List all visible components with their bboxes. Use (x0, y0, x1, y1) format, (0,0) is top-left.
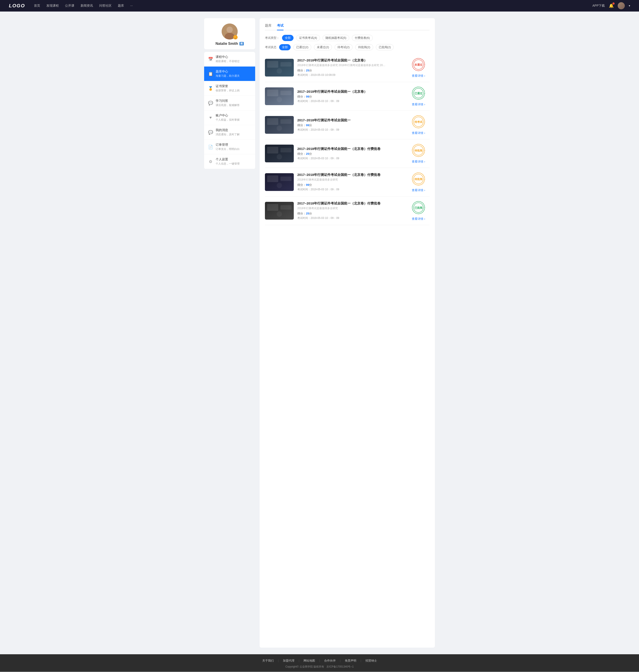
exam-action: 已批阅 查看详情 › (407, 201, 430, 221)
svg-rect-11 (267, 90, 278, 96)
filter-passed-status[interactable]: 已通过(2) (293, 44, 311, 50)
exam-detail-link[interactable]: 查看详情 › (412, 217, 425, 221)
exam-time: 考试时间：2019-05-03 10：09：09 (297, 128, 404, 132)
sidebar-menu: 📅 课程中心 精彩课程，不容错过 📋 题库中心 海量习题，助力通关 🏅 证书荣誉… (204, 52, 255, 169)
footer-link-sitemap[interactable]: 网站地图 (300, 659, 318, 663)
app-download[interactable]: APP下载 (592, 4, 605, 8)
nav-news[interactable]: 新闻资讯 (80, 4, 93, 8)
svg-point-6 (277, 68, 282, 74)
sidebar-item-certificates[interactable]: 🏅 证书荣誉 收获荣誉，持证上岗 (204, 81, 255, 96)
sidebar-profile: 🏆 Natalie Smith 图 (204, 18, 255, 49)
sidebar-text-qa: 学习问答 课后巩固，疑难解答 (216, 99, 251, 107)
exam-status-stamp: 待批阅 (411, 143, 425, 158)
chevron-down-icon[interactable]: ▾ (629, 4, 630, 7)
avatar[interactable] (618, 2, 625, 9)
exam-thumbnail (265, 116, 294, 134)
exam-info: 2017–2018年行测证件考试全国统一（北京卷） 2018年行测考试是最值得多… (297, 58, 404, 77)
exam-detail-link[interactable]: 查看详情 › (412, 188, 425, 192)
exam-type-filter-row: 考试类型： 全部 证书类考试(4) 随机抽题考试(5) 付费批卷(6) (265, 35, 430, 41)
exam-item: 2017–2018年行测证件考试全国统一（北京卷）付费批卷 2018年行测考试是… (265, 168, 430, 196)
exam-score: 得分：25分 (297, 68, 404, 73)
exam-item: 2017–2018年行测证件考试全国统一（北京卷） 2018年行测考试是最值得多… (265, 53, 430, 82)
nav-more[interactable]: ··· (130, 4, 133, 8)
filter-reviewing-status[interactable]: 待批阅(2) (355, 44, 373, 50)
footer-links: 关于我们 ｜ 加盟代理 ｜ 网站地图 ｜ 合作伙伴 ｜ 免责声明 ｜ 招贤纳士 (0, 659, 639, 663)
svg-point-41 (277, 211, 282, 217)
svg-text:未通过: 未通过 (414, 63, 423, 66)
exam-detail-link[interactable]: 查看详情 › (412, 102, 425, 107)
sidebar-item-account[interactable]: ♥ 账户中心 个人权益，实时掌握 (204, 110, 255, 125)
tab-exam[interactable]: 考试 (277, 23, 283, 30)
exam-title: 2017–2018年行测证件考试全国统一（北京卷） (297, 90, 404, 94)
exam-thumbnail (265, 173, 294, 191)
message-icon: 💬 (208, 130, 213, 135)
nav-open[interactable]: 公开课 (65, 4, 74, 8)
exam-title: 2017–2018年行测证件考试全国统一（北京卷）付费批卷 (297, 173, 404, 177)
exam-action: 待考试 查看详情 › (407, 115, 430, 135)
footer-link-about[interactable]: 关于我们 (259, 659, 277, 663)
filter-paid-type[interactable]: 付费批卷(6) (352, 35, 373, 41)
filter-reviewed-status[interactable]: 已批阅(2) (376, 44, 394, 50)
sidebar-text-courses: 课程中心 精彩课程，不容错过 (216, 55, 251, 63)
svg-rect-40 (280, 205, 292, 210)
footer-link-recruit[interactable]: 招贤纳士 (362, 659, 380, 663)
nav-discover[interactable]: 发现课程 (46, 4, 59, 8)
sidebar-item-messages[interactable]: 💬 我的消息 消息通知，及时了解 (204, 125, 255, 140)
filter-all-status[interactable]: 全部 (279, 44, 291, 50)
sidebar-item-courses[interactable]: 📅 课程中心 精彩课程，不容错过 (204, 52, 255, 66)
footer-link-franchise[interactable]: 加盟代理 (280, 659, 298, 663)
chat-icon: 💬 (208, 101, 213, 106)
nav-home[interactable]: 首页 (34, 4, 40, 8)
svg-rect-19 (280, 119, 292, 124)
nav-questionbank[interactable]: 题库 (118, 4, 124, 8)
exam-desc: 2018年行测考试是最值得多去研究 (297, 207, 386, 210)
exam-detail-link[interactable]: 查看详情 › (412, 74, 425, 78)
exam-desc: 2018年行测考试是最值得多去研究 2018年行测考试是最值得多去研究 2018… (297, 63, 386, 67)
footer-link-disclaimer[interactable]: 免责声明 (342, 659, 359, 663)
exam-score-value: 99 (306, 183, 309, 187)
svg-text:已批阅: 已批阅 (415, 206, 422, 209)
svg-text:已通过: 已通过 (415, 92, 423, 95)
notification-bell[interactable]: 🔔 (609, 3, 614, 8)
exam-score-value: 25 (306, 212, 309, 215)
filter-failed-status[interactable]: 未通过(2) (314, 44, 332, 50)
svg-rect-25 (267, 147, 278, 154)
exam-status-stamp: 未通过 (411, 58, 425, 71)
exam-detail-link[interactable]: 查看详情 › (412, 160, 425, 164)
svg-point-34 (277, 183, 282, 188)
sidebar-item-questionbank[interactable]: 📋 题库中心 海量习题，助力通关 (204, 66, 255, 81)
filter-certificate-type[interactable]: 证书类考试(4) (296, 35, 320, 41)
svg-rect-33 (280, 177, 292, 181)
sidebar-text-questionbank: 题库中心 海量习题，助力通关 (216, 70, 251, 78)
svg-text:待批阅: 待批阅 (414, 178, 422, 181)
nav-qa[interactable]: 问答社区 (99, 4, 112, 8)
svg-rect-4 (267, 61, 278, 68)
svg-rect-39 (267, 204, 278, 211)
exam-detail-link[interactable]: 查看详情 › (412, 131, 425, 135)
exam-status-stamp: 待考试 (411, 115, 425, 129)
sidebar-text-account: 账户中心 个人权益，实时掌握 (216, 114, 251, 122)
avatar-wrap: 🏆 (222, 23, 238, 39)
exam-info: 2017–2018年行测证件考试全国统一 得分：99分 考试时间：2019-05… (297, 118, 404, 132)
exam-score-value: 99 (306, 124, 309, 127)
nav-links: 首页 发现课程 公开课 新闻资讯 问答社区 题库 ··· (34, 4, 592, 8)
footer-link-partners[interactable]: 合作伙伴 (321, 659, 339, 663)
tab-bank[interactable]: 题库 (265, 23, 271, 30)
exam-status-stamp: 已通过 (411, 86, 425, 100)
exam-info: 2017–2018年行测证件考试全国统一（北京卷） 得分：99分 考试时间：20… (297, 90, 404, 103)
exam-info: 2017–2018年行测证件考试全国统一（北京卷）付费批卷 2018年行测考试是… (297, 173, 404, 191)
sidebar-item-qa[interactable]: 💬 学习问答 课后巩固，疑难解答 (204, 96, 255, 110)
filter-pending-status[interactable]: 待考试(2) (334, 44, 353, 50)
main-container: 🏆 Natalie Smith 图 📅 课程中心 精彩课程，不容错过 📋 题库中… (200, 12, 439, 654)
sidebar-item-orders[interactable]: 📄 订单管理 订单支出，明明白白 (204, 140, 255, 154)
sidebar-item-settings[interactable]: ⚙ 个人设置 个人信息，一键管理 (204, 154, 255, 169)
svg-point-1 (227, 27, 233, 33)
gear-icon: ⚙ (208, 159, 213, 164)
list-icon: 📋 (208, 71, 213, 76)
filter-random-type[interactable]: 随机抽题考试(5) (323, 35, 349, 41)
filter-all-type[interactable]: 全部 (282, 35, 294, 41)
exam-time: 考试时间：2019-05-03 10：09：09 (297, 188, 404, 191)
content-tabs: 题库 考试 (265, 23, 430, 30)
sidebar-text-settings: 个人设置 个人信息，一键管理 (216, 158, 251, 166)
svg-rect-12 (280, 91, 292, 95)
